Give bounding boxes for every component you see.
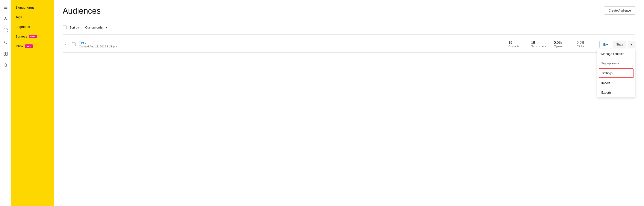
main-content: Audiences Create Audience Sort by Custom… <box>54 0 644 206</box>
add-person-icon: 👤+ <box>602 43 608 46</box>
clicks-stat: 0.0% Clicks <box>577 41 596 48</box>
svg-rect-5 <box>4 31 5 32</box>
svg-point-0 <box>6 6 7 7</box>
chevron-down-icon: ▼ <box>630 43 633 46</box>
svg-rect-11 <box>6 53 7 55</box>
svg-rect-9 <box>6 52 7 53</box>
audience-row: ⋮ Test Created Aug 11, 2015 8:23 pm 19 C… <box>63 36 636 52</box>
clicks-value: 0.0% <box>577 41 596 45</box>
dropdown-item-signup-forms[interactable]: Signup forms <box>597 58 635 68</box>
dashboard-icon[interactable] <box>2 50 10 58</box>
content-icon[interactable] <box>2 26 10 34</box>
add-contact-button[interactable]: 👤+ <box>600 41 611 48</box>
stats-button[interactable]: Stats <box>613 41 626 48</box>
audience-info: Test Created Aug 11, 2015 8:23 pm <box>79 40 505 48</box>
subscribers-label: Subscribers <box>531 45 550 48</box>
create-audience-button[interactable]: Create Audience <box>604 6 636 14</box>
svg-point-12 <box>4 64 7 66</box>
contacts-stat: 19 Contacts <box>508 41 528 48</box>
sidebar-item-tags[interactable]: Tags <box>11 12 54 22</box>
row-checkbox[interactable] <box>72 42 76 46</box>
sidebar-item-inbox[interactable]: Inbox New <box>11 41 54 51</box>
svg-point-1 <box>5 18 6 19</box>
svg-point-2 <box>6 18 7 19</box>
chevron-down-icon: ▼ <box>105 26 108 29</box>
svg-line-13 <box>6 66 8 67</box>
surveys-badge: New <box>29 35 37 38</box>
contacts-label: Contacts <box>508 45 528 48</box>
sidebar: Signup forms Tags Segments Surveys New I… <box>11 0 54 206</box>
sidebar-item-surveys[interactable]: Surveys New <box>11 32 54 41</box>
campaigns-icon[interactable] <box>2 4 10 11</box>
subscribers-value: 19 <box>531 41 550 45</box>
stats-dropdown-toggle[interactable]: ▼ <box>628 41 636 48</box>
svg-rect-4 <box>6 29 7 30</box>
sort-label: Sort by <box>70 26 79 29</box>
opens-label: Opens <box>554 45 573 48</box>
subscribers-stat: 19 Subscribers <box>531 41 550 48</box>
svg-rect-3 <box>4 29 5 30</box>
row-actions: 👤+ Stats ▼ Manage contacts Signup forms … <box>600 41 636 48</box>
drag-handle-icon[interactable]: ⋮ <box>63 42 68 47</box>
select-all-checkbox[interactable] <box>63 26 66 30</box>
icon-bar <box>0 0 11 206</box>
stats-dropdown-menu: Manage contacts Signup forms Settings Im… <box>597 49 636 98</box>
svg-rect-10 <box>4 53 5 55</box>
dropdown-item-settings[interactable]: Settings <box>599 68 634 78</box>
contacts-value: 19 <box>508 41 528 45</box>
audience-name-link[interactable]: Test <box>79 40 505 44</box>
opens-value: 0.0% <box>554 41 573 45</box>
dropdown-item-import[interactable]: Import <box>597 78 635 88</box>
inbox-badge: New <box>25 44 33 48</box>
sort-dropdown[interactable]: Custom order ▼ <box>82 24 111 31</box>
dropdown-item-manage-contacts[interactable]: Manage contacts <box>597 49 635 58</box>
contacts-icon[interactable] <box>2 15 10 23</box>
opens-stat: 0.0% Opens <box>554 41 573 48</box>
toolbar: Sort by Custom order ▼ <box>63 24 636 31</box>
svg-rect-8 <box>4 52 5 53</box>
search-icon[interactable] <box>2 61 10 69</box>
audience-date: Created Aug 11, 2015 8:23 pm <box>79 45 505 48</box>
page-title: Audiences <box>63 6 636 16</box>
sidebar-item-signup-forms[interactable]: Signup forms <box>11 2 54 12</box>
dropdown-item-exports[interactable]: Exports <box>597 88 635 97</box>
clicks-label: Clicks <box>577 45 596 48</box>
automations-icon[interactable] <box>2 38 10 46</box>
svg-rect-6 <box>6 31 7 32</box>
sidebar-item-segments[interactable]: Segments <box>11 22 54 32</box>
